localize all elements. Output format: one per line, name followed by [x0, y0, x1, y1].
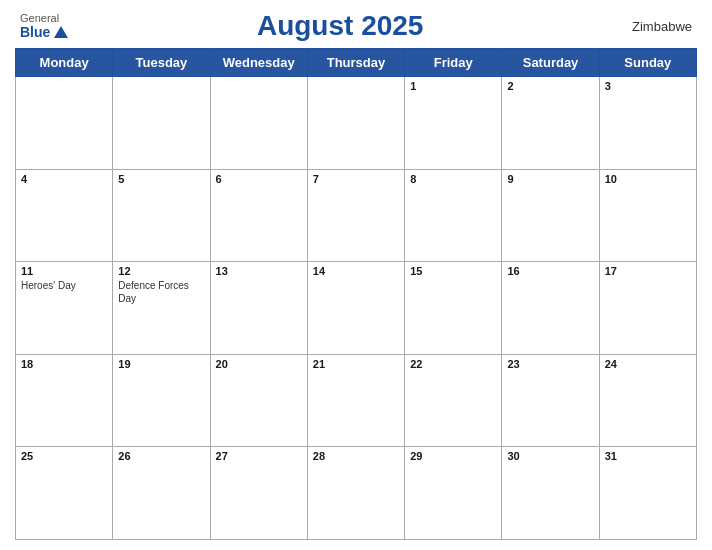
day-cell: 8 — [405, 169, 502, 262]
day-cell: 12Defence Forces Day — [113, 262, 210, 355]
day-number: 16 — [507, 265, 593, 277]
day-cell — [307, 77, 404, 170]
day-number: 26 — [118, 450, 204, 462]
calendar-table: MondayTuesdayWednesdayThursdayFridaySatu… — [15, 48, 697, 540]
day-cell: 21 — [307, 354, 404, 447]
week-row-1: 123 — [16, 77, 697, 170]
day-number: 27 — [216, 450, 302, 462]
day-number: 24 — [605, 358, 691, 370]
day-cell: 1 — [405, 77, 502, 170]
week-row-2: 45678910 — [16, 169, 697, 262]
day-cell: 17 — [599, 262, 696, 355]
day-cell: 13 — [210, 262, 307, 355]
day-number: 17 — [605, 265, 691, 277]
week-row-3: 11Heroes' Day12Defence Forces Day1314151… — [16, 262, 697, 355]
day-number: 7 — [313, 173, 399, 185]
day-cell — [210, 77, 307, 170]
logo-triangle-icon — [54, 26, 68, 38]
day-number: 12 — [118, 265, 204, 277]
weekday-monday: Monday — [16, 49, 113, 77]
day-cell: 22 — [405, 354, 502, 447]
day-cell: 4 — [16, 169, 113, 262]
logo-blue-text: Blue — [20, 24, 68, 40]
day-cell: 10 — [599, 169, 696, 262]
day-cell: 14 — [307, 262, 404, 355]
day-cell: 30 — [502, 447, 599, 540]
day-event: Defence Forces Day — [118, 279, 204, 305]
day-number: 21 — [313, 358, 399, 370]
day-cell: 31 — [599, 447, 696, 540]
day-cell: 6 — [210, 169, 307, 262]
day-number: 29 — [410, 450, 496, 462]
day-number: 23 — [507, 358, 593, 370]
day-cell — [113, 77, 210, 170]
calendar-header: General Blue August 2025 Zimbabwe — [15, 10, 697, 42]
weekday-thursday: Thursday — [307, 49, 404, 77]
day-cell: 9 — [502, 169, 599, 262]
day-number: 3 — [605, 80, 691, 92]
day-cell: 27 — [210, 447, 307, 540]
day-number: 2 — [507, 80, 593, 92]
week-row-5: 25262728293031 — [16, 447, 697, 540]
day-cell: 25 — [16, 447, 113, 540]
day-number: 6 — [216, 173, 302, 185]
day-number: 9 — [507, 173, 593, 185]
day-cell: 15 — [405, 262, 502, 355]
day-cell: 20 — [210, 354, 307, 447]
day-cell: 18 — [16, 354, 113, 447]
day-cell: 24 — [599, 354, 696, 447]
day-cell: 19 — [113, 354, 210, 447]
day-number: 25 — [21, 450, 107, 462]
day-cell: 7 — [307, 169, 404, 262]
day-number: 20 — [216, 358, 302, 370]
day-cell: 11Heroes' Day — [16, 262, 113, 355]
day-cell: 29 — [405, 447, 502, 540]
day-number: 14 — [313, 265, 399, 277]
day-cell: 3 — [599, 77, 696, 170]
logo: General Blue — [20, 12, 68, 40]
day-number: 30 — [507, 450, 593, 462]
weekday-header-row: MondayTuesdayWednesdayThursdayFridaySatu… — [16, 49, 697, 77]
day-number: 10 — [605, 173, 691, 185]
logo-general-text: General — [20, 12, 59, 24]
day-number: 22 — [410, 358, 496, 370]
day-number: 13 — [216, 265, 302, 277]
day-number: 5 — [118, 173, 204, 185]
weekday-saturday: Saturday — [502, 49, 599, 77]
day-number: 4 — [21, 173, 107, 185]
calendar-title: August 2025 — [257, 10, 424, 42]
day-number: 28 — [313, 450, 399, 462]
day-cell: 5 — [113, 169, 210, 262]
day-cell: 2 — [502, 77, 599, 170]
country-label: Zimbabwe — [612, 19, 692, 34]
day-number: 1 — [410, 80, 496, 92]
day-cell: 23 — [502, 354, 599, 447]
day-number: 15 — [410, 265, 496, 277]
day-cell: 28 — [307, 447, 404, 540]
weekday-wednesday: Wednesday — [210, 49, 307, 77]
day-number: 8 — [410, 173, 496, 185]
day-cell: 26 — [113, 447, 210, 540]
day-cell — [16, 77, 113, 170]
day-number: 18 — [21, 358, 107, 370]
day-cell: 16 — [502, 262, 599, 355]
day-number: 11 — [21, 265, 107, 277]
weekday-sunday: Sunday — [599, 49, 696, 77]
day-number: 19 — [118, 358, 204, 370]
day-event: Heroes' Day — [21, 279, 107, 292]
weekday-tuesday: Tuesday — [113, 49, 210, 77]
weekday-friday: Friday — [405, 49, 502, 77]
week-row-4: 18192021222324 — [16, 354, 697, 447]
day-number: 31 — [605, 450, 691, 462]
